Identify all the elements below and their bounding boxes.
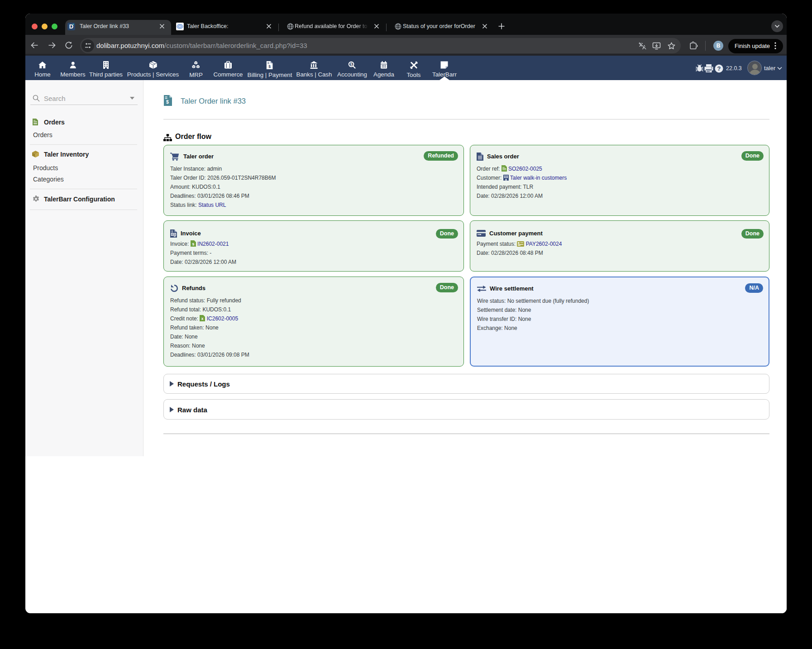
svg-text:$: $: [192, 242, 194, 246]
svg-text:$: $: [350, 62, 353, 67]
svg-text:?: ?: [717, 65, 721, 72]
svg-text:x: x: [201, 316, 204, 321]
svg-text:$: $: [269, 64, 271, 69]
